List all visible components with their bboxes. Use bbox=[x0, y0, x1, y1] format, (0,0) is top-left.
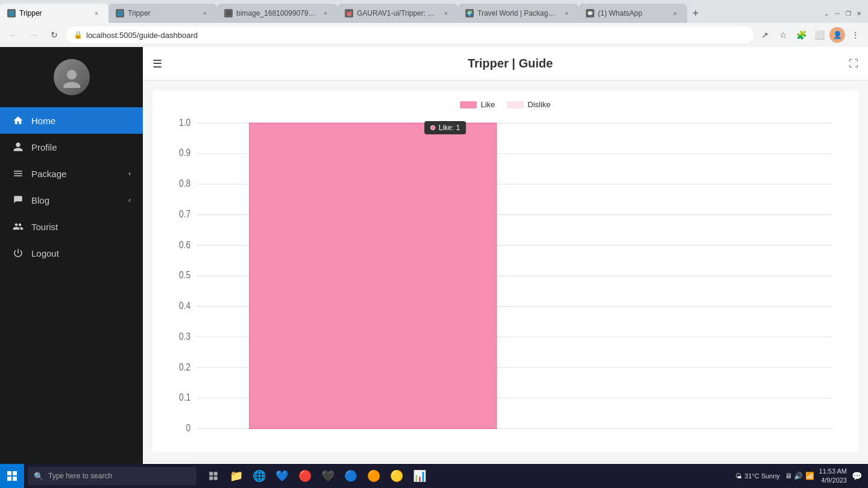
chart-area: Like Dislike bbox=[143, 81, 868, 461]
share-icon[interactable]: ↗ bbox=[757, 27, 773, 43]
taskbar-vscode[interactable]: 💙 bbox=[271, 465, 293, 487]
tab-3-favicon: 🖼 bbox=[224, 9, 233, 17]
window-list-button[interactable]: ⌄ bbox=[822, 9, 831, 17]
new-tab-button[interactable]: + bbox=[687, 5, 704, 22]
svg-point-1 bbox=[63, 82, 80, 88]
user-avatar-icon[interactable]: 👤 bbox=[829, 27, 845, 43]
restore-button[interactable]: ❐ bbox=[844, 9, 852, 17]
taskbar-file-explorer[interactable]: 📁 bbox=[225, 465, 247, 487]
tab-6[interactable]: 💬 (1) WhatsApp × bbox=[579, 4, 687, 23]
taskbar-time-display: 11:53 AM bbox=[819, 467, 847, 476]
bar-chart-svg: 1.0 0.9 0.8 0.7 0.6 0.5 0.4 0.3 0.2 0.1 … bbox=[167, 116, 844, 442]
tab-4-close[interactable]: × bbox=[441, 8, 451, 18]
main-content: ☰ Tripper | Guide ⛶ Like Dislike bbox=[143, 47, 868, 488]
tab-6-favicon: 💬 bbox=[586, 9, 594, 17]
sidebar-item-home-label: Home bbox=[31, 116, 131, 126]
browser-chrome: 🌐 Tripper × 🌐 Tripper × 🖼 bimage_1681009… bbox=[0, 0, 868, 47]
address-text: localhost:5005/guide-dashboard bbox=[86, 31, 198, 40]
blog-arrow-icon: ‹ bbox=[128, 196, 131, 204]
tab-1-close[interactable]: × bbox=[92, 8, 101, 18]
sidebar-item-tourist[interactable]: Tourist bbox=[0, 213, 143, 240]
svg-rect-30 bbox=[209, 477, 213, 480]
address-input[interactable]: 🔒 localhost:5005/guide-dashboard bbox=[66, 27, 753, 43]
tab-3[interactable]: 🖼 bimage_1681009907967.pr... × bbox=[217, 4, 338, 23]
taskbar-terminal[interactable]: 🖤 bbox=[317, 465, 339, 487]
taskbar-system-tray: 🌤 31°C Sunny 🖥 🔊 📶 11:53 AM 4/9/2023 💬 bbox=[729, 467, 868, 486]
like-bar[interactable] bbox=[250, 123, 497, 428]
sidebar-item-package-label: Package bbox=[31, 169, 121, 179]
svg-text:0: 0 bbox=[186, 423, 190, 433]
svg-text:0.2: 0.2 bbox=[179, 362, 190, 372]
sidebar-item-profile[interactable]: Profile bbox=[0, 134, 143, 160]
tab-6-close[interactable]: × bbox=[670, 8, 680, 18]
person-icon bbox=[12, 141, 24, 153]
legend-like-label: Like bbox=[480, 100, 495, 109]
forward-button[interactable]: → bbox=[25, 27, 42, 43]
tab-1[interactable]: 🌐 Tripper × bbox=[0, 4, 108, 23]
page-title: Tripper | Guide bbox=[172, 57, 849, 70]
extensions-icon[interactable]: 🧩 bbox=[793, 27, 809, 43]
tab-4[interactable]: 🐙 GAURAV1-ui/Tripper: A tou... × bbox=[338, 4, 458, 23]
taskbar-app8[interactable]: 🟠 bbox=[363, 465, 385, 487]
sidebar-item-package[interactable]: Package ‹ bbox=[0, 160, 143, 187]
svg-text:0.5: 0.5 bbox=[179, 270, 190, 280]
svg-point-0 bbox=[67, 70, 77, 80]
sidebar-item-logout-label: Logout bbox=[31, 248, 131, 258]
taskbar-powerpoint[interactable]: 📊 bbox=[409, 465, 430, 487]
taskbar-chrome[interactable]: 🌐 bbox=[248, 465, 270, 487]
svg-rect-25 bbox=[13, 471, 17, 475]
sys-icons: 🖥 🔊 📶 bbox=[785, 472, 814, 480]
minimize-button[interactable]: ─ bbox=[833, 9, 841, 17]
tab-2[interactable]: 🌐 Tripper × bbox=[108, 4, 217, 23]
sidebar-item-blog[interactable]: Blog ‹ bbox=[0, 187, 143, 213]
sidebar-toggle-icon[interactable]: ⬜ bbox=[811, 27, 827, 43]
bookmark-icon[interactable]: ☆ bbox=[775, 27, 791, 43]
tab-4-label: GAURAV1-ui/Tripper: A tou... bbox=[357, 9, 438, 17]
taskbar-clock: 11:53 AM 4/9/2023 bbox=[819, 467, 847, 486]
taskbar-apps: 📁 🌐 💙 🔴 🖤 🔵 🟠 🟡 📊 bbox=[200, 465, 729, 487]
start-button[interactable] bbox=[0, 464, 24, 488]
search-icon: 🔍 bbox=[34, 472, 43, 481]
svg-rect-27 bbox=[13, 477, 17, 481]
svg-text:0.1: 0.1 bbox=[179, 392, 190, 402]
legend-dislike-label: Dislike bbox=[527, 100, 550, 109]
tab-3-label: bimage_1681009907967.pr... bbox=[236, 9, 317, 17]
sidebar-item-logout[interactable]: Logout bbox=[0, 240, 143, 266]
expand-button[interactable]: ⛶ bbox=[849, 58, 858, 69]
svg-text:0.4: 0.4 bbox=[179, 301, 190, 311]
weather-text: 31°C Sunny bbox=[744, 472, 780, 480]
svg-text:0.3: 0.3 bbox=[179, 331, 190, 342]
sidebar-item-blog-label: Blog bbox=[31, 195, 121, 205]
close-button[interactable]: ✕ bbox=[855, 9, 863, 17]
window-controls: ⌄ ─ ❐ ✕ bbox=[822, 9, 868, 17]
address-bar-actions: ↗ ☆ 🧩 ⬜ 👤 ⋮ bbox=[757, 27, 863, 43]
tab-5-close[interactable]: × bbox=[562, 8, 571, 18]
tab-2-label: Tripper bbox=[128, 9, 197, 17]
top-bar: ☰ Tripper | Guide ⛶ bbox=[143, 47, 868, 81]
tab-2-favicon: 🌐 bbox=[116, 9, 124, 17]
svg-text:0.8: 0.8 bbox=[179, 178, 190, 189]
tab-4-favicon: 🐙 bbox=[345, 9, 353, 17]
tab-3-close[interactable]: × bbox=[321, 8, 330, 18]
taskbar-app9[interactable]: 🟡 bbox=[386, 465, 407, 487]
back-button[interactable]: ← bbox=[5, 27, 22, 43]
sidebar-item-home[interactable]: Home bbox=[0, 107, 143, 134]
notification-icon[interactable]: 💬 bbox=[852, 471, 862, 481]
svg-rect-26 bbox=[7, 477, 11, 481]
svg-text:0.7: 0.7 bbox=[179, 209, 190, 219]
tab-5[interactable]: 🌍 Travel World | Package De... × bbox=[458, 4, 579, 23]
package-arrow-icon: ‹ bbox=[128, 169, 131, 178]
hamburger-button[interactable]: ☰ bbox=[153, 57, 162, 70]
reload-button[interactable]: ↻ bbox=[46, 27, 63, 43]
taskbar-task-view[interactable] bbox=[203, 465, 224, 487]
taskbar-app7[interactable]: 🔵 bbox=[340, 465, 362, 487]
taskbar: 🔍 Type here to search 📁 🌐 💙 🔴 🖤 � bbox=[0, 464, 868, 488]
svg-rect-24 bbox=[7, 471, 11, 475]
taskbar-search-bar[interactable]: 🔍 Type here to search bbox=[28, 467, 197, 485]
legend-dislike-color bbox=[507, 101, 524, 108]
lock-icon: 🔒 bbox=[74, 31, 83, 39]
menu-icon[interactable]: ⋮ bbox=[848, 27, 863, 43]
tab-bar: 🌐 Tripper × 🌐 Tripper × 🖼 bimage_1681009… bbox=[0, 0, 868, 23]
tab-2-close[interactable]: × bbox=[200, 8, 210, 18]
taskbar-app5[interactable]: 🔴 bbox=[294, 465, 316, 487]
